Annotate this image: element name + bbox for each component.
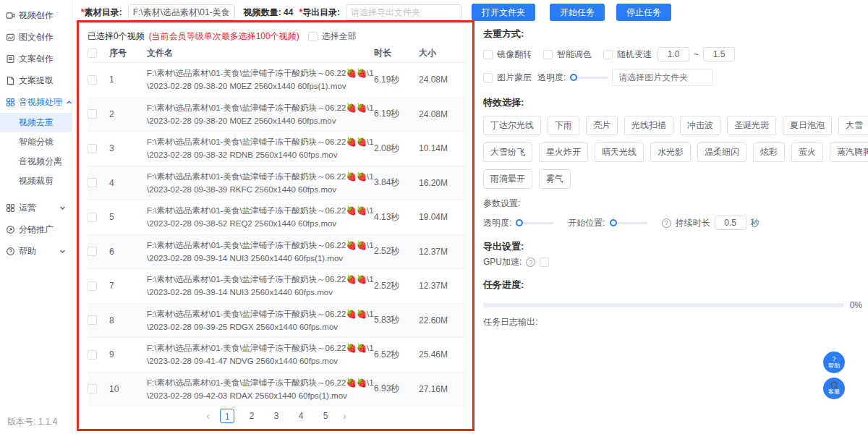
sidebar-subitem-video-crop[interactable]: 视频裁剪 bbox=[0, 171, 72, 191]
sidebar-item-label: 文案提取 bbox=[19, 75, 54, 87]
speed-max-input[interactable] bbox=[703, 47, 735, 61]
open-folder-button[interactable]: 打开文件夹 bbox=[472, 4, 535, 21]
task-log-label: 任务日志输出: bbox=[483, 316, 862, 328]
smart-color-label: 智能调色 bbox=[557, 48, 592, 61]
effect-button[interactable]: 丁达尔光线 bbox=[483, 116, 541, 135]
select-all-checkbox[interactable] bbox=[308, 32, 318, 41]
effect-button[interactable]: 大雪纷飞 bbox=[483, 142, 532, 162]
row-index: 5 bbox=[109, 212, 147, 222]
row-size: 12.37M bbox=[419, 247, 465, 257]
effects-row-3: 雨滴晕开 雾气 bbox=[483, 169, 862, 189]
row-checkbox[interactable] bbox=[88, 315, 97, 325]
effect-button[interactable]: 大雪 bbox=[838, 116, 868, 135]
sidebar-item-image-text-create[interactable]: 图文创作 bbox=[0, 26, 72, 48]
pagination-page-1[interactable]: 1 bbox=[220, 409, 234, 423]
stop-task-button[interactable]: 停止任务 bbox=[616, 4, 671, 21]
sidebar-subitem-av-separation[interactable]: 音视频分离 bbox=[0, 152, 72, 171]
table-row[interactable]: 6 F:\素材\选品素材\01-美食\盐津铺子冻干酸奶块～06.22🍓🍓\13.… bbox=[88, 235, 465, 270]
question-circle-icon: ? bbox=[832, 356, 835, 362]
share-circle-icon bbox=[6, 225, 15, 234]
effect-button[interactable]: 蒸汽腾腾 bbox=[830, 142, 868, 162]
effect-button[interactable]: 雨滴晕开 bbox=[483, 169, 532, 189]
duration-input[interactable] bbox=[715, 216, 746, 230]
smart-color-checkbox[interactable] bbox=[543, 50, 553, 59]
header-duration: 时长 bbox=[374, 47, 419, 59]
settings-panel: 去重方式: 镜像翻转 智能调色 随机变速 ~ 图片蒙层 透明度: 特效选择: 丁… bbox=[483, 27, 862, 328]
effect-button[interactable]: 光线扫描 bbox=[624, 116, 673, 135]
random-speed-checkbox[interactable] bbox=[603, 50, 613, 59]
pagination-page-3[interactable]: 3 bbox=[269, 409, 284, 423]
row-checkbox[interactable] bbox=[88, 178, 97, 187]
table-row[interactable]: 9 F:\素材\选品素材\01-美食\盐津铺子冻干酸奶块～06.22🍓🍓\13.… bbox=[88, 338, 465, 373]
row-checkbox[interactable] bbox=[88, 213, 97, 222]
table-row[interactable]: 1 F:\素材\选品素材\01-美食\盐津铺子冻干酸奶块～06.22🍓🍓\13.… bbox=[88, 63, 465, 98]
effect-button[interactable]: 温柔细闪 bbox=[697, 142, 746, 162]
sidebar: 视频创作 图文创作 文案创作 文案提取 音视频处理 视频去重 智能分镜 音视频分… bbox=[0, 0, 72, 434]
customer-service-float-button[interactable]: 🎧 客服 bbox=[823, 378, 845, 399]
header-checkbox[interactable] bbox=[88, 48, 97, 58]
sidebar-item-distribution[interactable]: 分销推广 bbox=[0, 218, 72, 240]
gpu-question-icon: ? bbox=[526, 258, 535, 267]
mask-folder-input[interactable] bbox=[612, 69, 713, 86]
effect-button[interactable]: 夏日泡泡 bbox=[783, 116, 832, 135]
image-mask-checkbox[interactable] bbox=[483, 73, 493, 82]
material-dir-input[interactable] bbox=[128, 4, 235, 20]
sidebar-subitem-smart-storyboard[interactable]: 智能分镜 bbox=[0, 132, 72, 152]
export-dir-input[interactable] bbox=[346, 4, 461, 20]
row-index: 4 bbox=[109, 178, 147, 188]
mask-opacity-slider[interactable] bbox=[570, 74, 608, 81]
sidebar-item-copy-extract[interactable]: 文案提取 bbox=[0, 69, 72, 91]
sidebar-item-label: 视频创作 bbox=[19, 9, 54, 22]
sidebar-item-av-processing[interactable]: 音视频处理 bbox=[0, 91, 72, 113]
row-checkbox[interactable] bbox=[88, 384, 97, 393]
row-index: 3 bbox=[109, 143, 147, 153]
param-opacity-slider[interactable] bbox=[516, 219, 553, 226]
table-row[interactable]: 10 F:\素材\选品素材\01-美食\盐津铺子冻干酸奶块～06.22🍓🍓\13… bbox=[88, 373, 465, 407]
sidebar-item-operations[interactable]: 运营 bbox=[0, 197, 72, 218]
table-row[interactable]: 3 F:\素材\选品素材\01-美食\盐津铺子冻干酸奶块～06.22🍓🍓\13.… bbox=[88, 132, 465, 166]
table-row[interactable]: 5 F:\素材\选品素材\01-美食\盐津铺子冻干酸奶块～06.22🍓🍓\13.… bbox=[88, 200, 465, 235]
effect-button[interactable]: 萤火 bbox=[791, 142, 823, 162]
effect-button[interactable]: 晴天光线 bbox=[595, 142, 644, 162]
effect-button[interactable]: 炫彩 bbox=[753, 142, 785, 162]
row-checkbox[interactable] bbox=[88, 75, 97, 85]
row-checkbox[interactable] bbox=[88, 109, 97, 119]
start-task-button[interactable]: 开始任务 bbox=[550, 4, 605, 21]
effect-button[interactable]: 圣诞光斑 bbox=[727, 116, 776, 135]
pagination-page-4[interactable]: 4 bbox=[294, 409, 308, 423]
sidebar-item-help[interactable]: 帮助 bbox=[0, 240, 72, 262]
duration-unit: 秒 bbox=[751, 217, 760, 229]
effect-button[interactable]: 冲击波 bbox=[680, 116, 720, 135]
param-start-slider[interactable] bbox=[610, 219, 647, 226]
pagination-page-2[interactable]: 2 bbox=[244, 409, 259, 423]
effect-button[interactable]: 下雨 bbox=[548, 116, 579, 135]
table-row[interactable]: 7 F:\素材\选品素材\01-美食\盐津铺子冻干酸奶块～06.22🍓🍓\13.… bbox=[88, 269, 465, 304]
table-row[interactable]: 8 F:\素材\选品素材\01-美食\盐津铺子冻干酸奶块～06.22🍓🍓\13.… bbox=[88, 304, 465, 339]
gpu-accel-label: GPU加速: bbox=[483, 256, 522, 268]
gpu-accel-checkbox[interactable] bbox=[540, 258, 549, 267]
sidebar-subitem-video-dedup[interactable]: 视频去重 bbox=[0, 113, 72, 132]
effect-button[interactable]: 亮片 bbox=[586, 116, 618, 135]
image-icon bbox=[6, 33, 15, 42]
effect-button[interactable]: 星火炸开 bbox=[539, 142, 588, 162]
row-filename: F:\素材\选品素材\01-美食\盐津铺子冻干酸奶块～06.22🍓🍓\13.盘中… bbox=[147, 67, 374, 93]
sidebar-item-video-create[interactable]: 视频创作 bbox=[0, 4, 72, 26]
row-checkbox[interactable] bbox=[88, 247, 97, 256]
speed-min-input[interactable] bbox=[658, 47, 689, 61]
pagination-prev-icon[interactable]: ‹ bbox=[206, 410, 210, 422]
row-index: 2 bbox=[109, 109, 147, 119]
effect-button[interactable]: 雾气 bbox=[539, 169, 571, 189]
table-row[interactable]: 2 F:\素材\选品素材\01-美食\盐津铺子冻干酸奶块～06.22🍓🍓\13.… bbox=[88, 98, 465, 132]
headset-icon: 🎧 bbox=[830, 382, 838, 388]
pagination-next-icon[interactable]: › bbox=[343, 410, 346, 422]
pagination-page-5[interactable]: 5 bbox=[318, 409, 333, 423]
mirror-flip-checkbox[interactable] bbox=[483, 50, 493, 59]
chevron-down-icon bbox=[59, 205, 66, 211]
sidebar-item-copy-create[interactable]: 文案创作 bbox=[0, 48, 72, 69]
table-row[interactable]: 4 F:\素材\选品素材\01-美食\盐津铺子冻干酸奶块～06.22🍓🍓\13.… bbox=[88, 166, 465, 201]
help-float-button[interactable]: ? 帮助 bbox=[823, 352, 845, 373]
row-checkbox[interactable] bbox=[88, 281, 97, 291]
row-checkbox[interactable] bbox=[88, 350, 97, 359]
effect-button[interactable]: 水光影 bbox=[650, 142, 691, 162]
row-checkbox[interactable] bbox=[88, 144, 97, 153]
